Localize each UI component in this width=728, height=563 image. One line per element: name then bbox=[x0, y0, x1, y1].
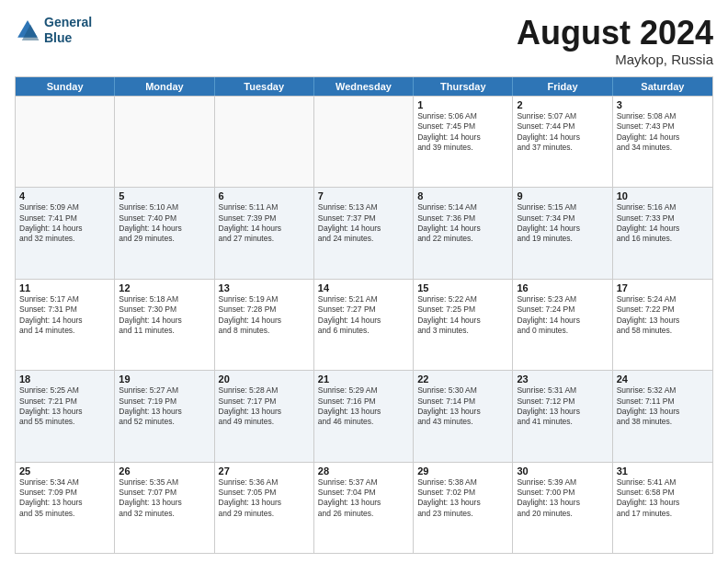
day-number: 28 bbox=[318, 465, 409, 477]
day-info: Sunrise: 5:35 AM Sunset: 7:07 PM Dayligh… bbox=[119, 477, 210, 520]
day-info: Sunrise: 5:17 AM Sunset: 7:31 PM Dayligh… bbox=[19, 294, 110, 337]
calendar-day-29: 29Sunrise: 5:38 AM Sunset: 7:02 PM Dayli… bbox=[414, 463, 513, 553]
day-info: Sunrise: 5:13 AM Sunset: 7:37 PM Dayligh… bbox=[318, 202, 409, 245]
day-number: 30 bbox=[517, 465, 608, 477]
logo-icon bbox=[15, 17, 40, 43]
day-info: Sunrise: 5:39 AM Sunset: 7:00 PM Dayligh… bbox=[517, 477, 608, 520]
day-number: 7 bbox=[318, 190, 409, 201]
calendar-row-1: 1Sunrise: 5:06 AM Sunset: 7:45 PM Daylig… bbox=[16, 96, 712, 187]
calendar-day-17: 17Sunrise: 5:24 AM Sunset: 7:22 PM Dayli… bbox=[613, 280, 712, 370]
calendar-day-25: 25Sunrise: 5:34 AM Sunset: 7:09 PM Dayli… bbox=[16, 463, 115, 553]
day-info: Sunrise: 5:32 AM Sunset: 7:11 PM Dayligh… bbox=[617, 385, 709, 428]
day-info: Sunrise: 5:16 AM Sunset: 7:33 PM Dayligh… bbox=[617, 202, 709, 245]
day-number: 22 bbox=[417, 373, 508, 385]
day-info: Sunrise: 5:37 AM Sunset: 7:04 PM Dayligh… bbox=[318, 477, 409, 520]
calendar-body: 1Sunrise: 5:06 AM Sunset: 7:45 PM Daylig… bbox=[16, 96, 712, 553]
day-number: 25 bbox=[19, 465, 110, 477]
day-number: 20 bbox=[219, 373, 310, 385]
header-day-friday: Friday bbox=[513, 77, 612, 96]
day-number: 19 bbox=[119, 373, 210, 385]
day-info: Sunrise: 5:15 AM Sunset: 7:34 PM Dayligh… bbox=[517, 202, 608, 245]
day-info: Sunrise: 5:11 AM Sunset: 7:39 PM Dayligh… bbox=[219, 202, 310, 245]
calendar-day-7: 7Sunrise: 5:13 AM Sunset: 7:37 PM Daylig… bbox=[314, 188, 414, 278]
calendar-day-empty bbox=[16, 97, 115, 187]
day-number: 8 bbox=[417, 190, 508, 201]
day-number: 11 bbox=[19, 282, 110, 293]
day-number: 6 bbox=[219, 190, 310, 201]
day-info: Sunrise: 5:14 AM Sunset: 7:36 PM Dayligh… bbox=[417, 202, 508, 245]
day-number: 2 bbox=[517, 99, 608, 110]
day-info: Sunrise: 5:25 AM Sunset: 7:21 PM Dayligh… bbox=[19, 385, 110, 428]
calendar-day-18: 18Sunrise: 5:25 AM Sunset: 7:21 PM Dayli… bbox=[16, 371, 115, 461]
day-number: 23 bbox=[517, 373, 608, 385]
day-info: Sunrise: 5:29 AM Sunset: 7:16 PM Dayligh… bbox=[318, 385, 409, 428]
day-number: 15 bbox=[417, 282, 508, 293]
day-number: 29 bbox=[417, 465, 508, 477]
day-info: Sunrise: 5:21 AM Sunset: 7:27 PM Dayligh… bbox=[318, 294, 409, 337]
calendar-day-empty bbox=[115, 97, 214, 187]
calendar-day-empty bbox=[215, 97, 314, 187]
calendar-day-28: 28Sunrise: 5:37 AM Sunset: 7:04 PM Dayli… bbox=[314, 463, 414, 553]
calendar-header: SundayMondayTuesdayWednesdayThursdayFrid… bbox=[16, 77, 712, 96]
day-number: 27 bbox=[219, 465, 310, 477]
day-info: Sunrise: 5:31 AM Sunset: 7:12 PM Dayligh… bbox=[517, 385, 608, 428]
day-info: Sunrise: 5:27 AM Sunset: 7:19 PM Dayligh… bbox=[119, 385, 210, 428]
day-number: 13 bbox=[219, 282, 310, 293]
calendar-day-15: 15Sunrise: 5:22 AM Sunset: 7:25 PM Dayli… bbox=[414, 280, 513, 370]
calendar-day-12: 12Sunrise: 5:18 AM Sunset: 7:30 PM Dayli… bbox=[115, 280, 214, 370]
calendar-day-21: 21Sunrise: 5:29 AM Sunset: 7:16 PM Dayli… bbox=[314, 371, 414, 461]
calendar-day-23: 23Sunrise: 5:31 AM Sunset: 7:12 PM Dayli… bbox=[513, 371, 612, 461]
calendar-day-6: 6Sunrise: 5:11 AM Sunset: 7:39 PM Daylig… bbox=[215, 188, 314, 278]
calendar-day-14: 14Sunrise: 5:21 AM Sunset: 7:27 PM Dayli… bbox=[314, 280, 414, 370]
day-number: 24 bbox=[617, 373, 709, 385]
day-info: Sunrise: 5:30 AM Sunset: 7:14 PM Dayligh… bbox=[417, 385, 508, 428]
day-info: Sunrise: 5:23 AM Sunset: 7:24 PM Dayligh… bbox=[517, 294, 608, 337]
calendar-day-10: 10Sunrise: 5:16 AM Sunset: 7:33 PM Dayli… bbox=[613, 188, 712, 278]
calendar-day-24: 24Sunrise: 5:32 AM Sunset: 7:11 PM Dayli… bbox=[613, 371, 712, 461]
day-info: Sunrise: 5:38 AM Sunset: 7:02 PM Dayligh… bbox=[417, 477, 508, 520]
calendar-row-3: 11Sunrise: 5:17 AM Sunset: 7:31 PM Dayli… bbox=[16, 279, 712, 370]
calendar-day-11: 11Sunrise: 5:17 AM Sunset: 7:31 PM Dayli… bbox=[16, 280, 115, 370]
day-info: Sunrise: 5:36 AM Sunset: 7:05 PM Dayligh… bbox=[219, 477, 310, 520]
day-number: 1 bbox=[417, 99, 508, 110]
calendar-day-4: 4Sunrise: 5:09 AM Sunset: 7:41 PM Daylig… bbox=[16, 188, 115, 278]
header-day-sunday: Sunday bbox=[16, 77, 115, 96]
day-number: 9 bbox=[517, 190, 608, 201]
logo-text: General Blue bbox=[44, 15, 92, 46]
calendar-row-5: 25Sunrise: 5:34 AM Sunset: 7:09 PM Dayli… bbox=[16, 462, 712, 553]
calendar-location: Maykop, Russia bbox=[517, 52, 713, 67]
header-day-saturday: Saturday bbox=[613, 77, 712, 96]
header-day-wednesday: Wednesday bbox=[314, 77, 414, 96]
calendar-day-27: 27Sunrise: 5:36 AM Sunset: 7:05 PM Dayli… bbox=[215, 463, 314, 553]
day-number: 18 bbox=[19, 373, 110, 385]
calendar-day-9: 9Sunrise: 5:15 AM Sunset: 7:34 PM Daylig… bbox=[513, 188, 612, 278]
calendar-title: August 2024 bbox=[517, 15, 713, 52]
day-info: Sunrise: 5:22 AM Sunset: 7:25 PM Dayligh… bbox=[417, 294, 508, 337]
day-number: 3 bbox=[617, 99, 709, 110]
day-info: Sunrise: 5:24 AM Sunset: 7:22 PM Dayligh… bbox=[617, 294, 709, 337]
day-info: Sunrise: 5:07 AM Sunset: 7:44 PM Dayligh… bbox=[517, 111, 608, 154]
day-number: 12 bbox=[119, 282, 210, 293]
header-day-tuesday: Tuesday bbox=[215, 77, 314, 96]
day-number: 31 bbox=[617, 465, 709, 477]
calendar-day-3: 3Sunrise: 5:08 AM Sunset: 7:43 PM Daylig… bbox=[613, 97, 712, 187]
day-number: 4 bbox=[19, 190, 110, 201]
day-info: Sunrise: 5:19 AM Sunset: 7:28 PM Dayligh… bbox=[219, 294, 310, 337]
calendar-day-5: 5Sunrise: 5:10 AM Sunset: 7:40 PM Daylig… bbox=[115, 188, 214, 278]
calendar-day-16: 16Sunrise: 5:23 AM Sunset: 7:24 PM Dayli… bbox=[513, 280, 612, 370]
calendar-day-empty bbox=[314, 97, 414, 187]
calendar-day-31: 31Sunrise: 5:41 AM Sunset: 6:58 PM Dayli… bbox=[613, 463, 712, 553]
calendar-day-20: 20Sunrise: 5:28 AM Sunset: 7:17 PM Dayli… bbox=[215, 371, 314, 461]
day-info: Sunrise: 5:10 AM Sunset: 7:40 PM Dayligh… bbox=[119, 202, 210, 245]
header-day-thursday: Thursday bbox=[414, 77, 513, 96]
day-number: 26 bbox=[119, 465, 210, 477]
title-block: August 2024 Maykop, Russia bbox=[517, 15, 713, 67]
day-number: 14 bbox=[318, 282, 409, 293]
day-number: 16 bbox=[517, 282, 608, 293]
day-info: Sunrise: 5:41 AM Sunset: 6:58 PM Dayligh… bbox=[617, 477, 709, 520]
calendar-day-22: 22Sunrise: 5:30 AM Sunset: 7:14 PM Dayli… bbox=[414, 371, 513, 461]
day-info: Sunrise: 5:08 AM Sunset: 7:43 PM Dayligh… bbox=[617, 111, 709, 154]
day-number: 10 bbox=[617, 190, 709, 201]
calendar-day-19: 19Sunrise: 5:27 AM Sunset: 7:19 PM Dayli… bbox=[115, 371, 214, 461]
logo: General Blue bbox=[15, 15, 92, 46]
